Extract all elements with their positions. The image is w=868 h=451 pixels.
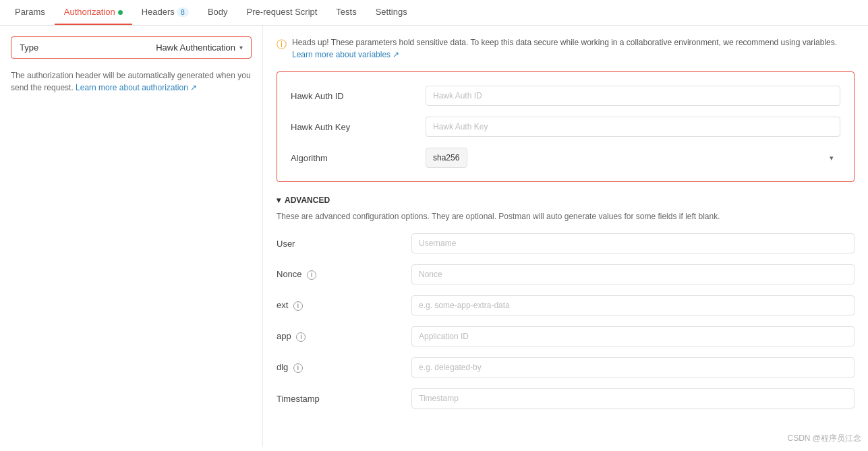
tab-body[interactable]: Body	[198, 0, 237, 25]
left-panel: Type Hawk Authentication ▾ The authoriza…	[0, 26, 263, 447]
user-label: User	[277, 239, 411, 249]
headers-badge: 8	[177, 7, 189, 17]
hawk-auth-id-label: Hawk Auth ID	[291, 91, 426, 101]
chevron-down-icon: ▾	[239, 44, 243, 51]
user-input[interactable]	[411, 233, 855, 253]
auth-fields-box: Hawk Auth ID Hawk Auth Key Algorithm sha…	[277, 71, 855, 182]
tab-bar: Params Authorization Headers8 Body Pre-r…	[0, 0, 868, 26]
hawk-auth-key-input[interactable]	[426, 117, 840, 137]
timestamp-label: Timestamp	[277, 394, 411, 404]
dlg-row: dlg i	[277, 357, 855, 378]
tab-params[interactable]: Params	[5, 0, 55, 25]
tab-prerequest[interactable]: Pre-request Script	[237, 0, 327, 25]
chevron-down-icon: ▾	[830, 154, 834, 162]
algorithm-select[interactable]: sha256 sha1	[426, 148, 467, 168]
advanced-description: These are advanced configuration options…	[277, 210, 855, 222]
dlg-input[interactable]	[411, 357, 855, 378]
tab-settings[interactable]: Settings	[366, 0, 417, 25]
type-label: Type	[20, 42, 38, 53]
tab-headers[interactable]: Headers8	[132, 0, 198, 25]
nonce-row: Nonce i	[277, 264, 855, 284]
watermark: CSDN @程序员江念	[787, 433, 861, 444]
main-content: Type Hawk Authentication ▾ The authoriza…	[0, 26, 868, 447]
dlg-info-icon[interactable]: i	[293, 363, 303, 373]
hawk-auth-key-label: Hawk Auth Key	[291, 122, 426, 132]
hawk-auth-id-input[interactable]	[426, 86, 840, 106]
timestamp-row: Timestamp	[277, 388, 855, 409]
warning-icon: ⓘ	[277, 37, 287, 53]
active-dot	[118, 10, 123, 15]
app-input[interactable]	[411, 326, 855, 347]
right-panel: ⓘ Heads up! These parameters hold sensit…	[263, 26, 868, 447]
app-row: app i	[277, 326, 855, 347]
algorithm-row: Algorithm sha256 sha1 ▾	[291, 148, 840, 168]
chevron-right-icon: ▾	[277, 196, 281, 205]
dlg-label: dlg i	[277, 362, 411, 373]
timestamp-input[interactable]	[411, 388, 855, 409]
ext-info-icon[interactable]: i	[293, 301, 303, 311]
ext-row: ext i	[277, 295, 855, 315]
algorithm-label: Algorithm	[291, 153, 426, 163]
app-label: app i	[277, 331, 411, 342]
advanced-section: ▾ ADVANCED These are advanced configurat…	[277, 196, 855, 409]
app-info-icon[interactable]: i	[296, 332, 306, 342]
nonce-label: Nonce i	[277, 269, 411, 280]
info-banner-content: Heads up! These parameters hold sensitiv…	[292, 36, 837, 61]
auth-description: The authorization header will be automat…	[11, 69, 252, 94]
type-value: Hawk Authentication	[156, 42, 235, 53]
tab-tests[interactable]: Tests	[326, 0, 366, 25]
type-selector[interactable]: Hawk Authentication ▾	[156, 42, 243, 53]
user-row: User	[277, 233, 855, 253]
info-banner: ⓘ Heads up! These parameters hold sensit…	[277, 36, 855, 61]
tab-authorization[interactable]: Authorization	[55, 0, 132, 25]
hawk-auth-key-row: Hawk Auth Key	[291, 117, 840, 137]
type-row: Type Hawk Authentication ▾	[11, 36, 252, 59]
nonce-input[interactable]	[411, 264, 855, 284]
learn-more-variables-link[interactable]: Learn more about variables ↗	[292, 50, 399, 59]
learn-more-auth-link[interactable]: Learn more about authorization ↗	[76, 83, 197, 92]
algorithm-select-wrapper: sha256 sha1 ▾	[426, 148, 840, 168]
ext-label: ext i	[277, 300, 411, 311]
hawk-auth-id-row: Hawk Auth ID	[291, 86, 840, 106]
nonce-info-icon[interactable]: i	[307, 270, 316, 280]
advanced-toggle[interactable]: ▾ ADVANCED	[277, 196, 855, 205]
ext-input[interactable]	[411, 295, 855, 315]
